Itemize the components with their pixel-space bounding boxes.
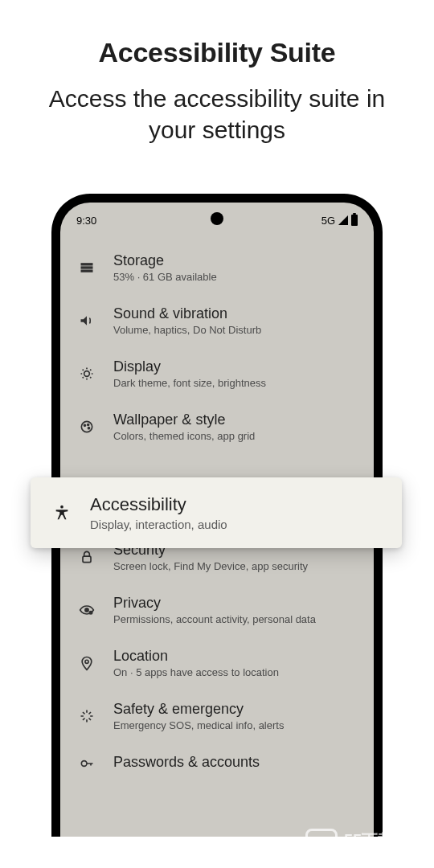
settings-item-sub: Permissions, account activity, personal … (113, 613, 316, 625)
settings-item-accessibility[interactable]: Accessibility Display, interaction, audi… (31, 477, 402, 548)
svg-point-4 (81, 421, 92, 432)
settings-item-storage[interactable]: Storage 53% · 61 GB available (60, 241, 374, 294)
svg-point-7 (88, 428, 90, 429)
svg-point-11 (85, 660, 88, 663)
safety-icon (76, 708, 97, 724)
settings-item-privacy[interactable]: Privacy Permissions, account activity, p… (60, 583, 374, 637)
settings-item-location[interactable]: Location On · 5 apps have access to loca… (60, 637, 374, 690)
svg-rect-2 (81, 270, 93, 272)
privacy-icon (76, 602, 97, 618)
passwords-icon (76, 755, 97, 772)
svg-rect-1 (81, 266, 93, 268)
watermark: 55下载 RR55.COM (297, 821, 434, 868)
wallpaper-icon (76, 419, 97, 435)
settings-item-sub: Display, interaction, audio (90, 518, 227, 531)
settings-item-sub: Colors, themed icons, app grid (113, 430, 255, 442)
svg-point-9 (85, 608, 88, 612)
status-time: 9:30 (76, 215, 96, 227)
settings-item-title: Privacy (113, 595, 316, 612)
settings-item-title: Wallpaper & style (113, 411, 255, 428)
settings-item-sub: Volume, haptics, Do Not Disturb (113, 324, 261, 336)
security-icon (76, 549, 97, 565)
battery-icon (351, 215, 358, 226)
accessibility-icon (51, 504, 72, 522)
camera-cutout-icon (211, 212, 223, 225)
status-right: 5G (321, 215, 358, 227)
hero-subtitle: Access the accessibility suite in your s… (23, 83, 411, 145)
settings-item-sub: Dark theme, font size, brightness (113, 377, 266, 389)
status-network: 5G (321, 215, 335, 227)
settings-item-sub: Screen lock, Find My Device, app securit… (113, 560, 308, 572)
svg-point-5 (84, 424, 86, 426)
settings-item-title: Safety & emergency (113, 701, 284, 718)
settings-item-title: Display (113, 358, 266, 375)
sound-icon (76, 313, 97, 329)
settings-item-title: Location (113, 648, 279, 665)
settings-item-sub: On · 5 apps have access to location (113, 666, 279, 678)
settings-item-display[interactable]: Display Dark theme, font size, brightnes… (60, 347, 374, 400)
watermark-line2: RR55.COM (344, 848, 396, 858)
storage-icon (76, 260, 97, 276)
settings-item-title: Sound & vibration (113, 305, 261, 322)
svg-rect-0 (81, 263, 93, 265)
hero-title: Accessibility Suite (23, 37, 411, 68)
svg-point-6 (88, 424, 89, 426)
settings-item-title: Accessibility (90, 494, 227, 515)
svg-point-3 (84, 371, 90, 377)
watermark-download-icon (305, 829, 338, 861)
svg-point-12 (81, 760, 87, 766)
settings-item-sub: Emergency SOS, medical info, alerts (113, 719, 284, 731)
phone-stage: 9:30 5G Storage 53% · 61 GB available (0, 194, 434, 837)
display-icon (76, 366, 97, 382)
settings-item-safety[interactable]: Safety & emergency Emergency SOS, medica… (60, 690, 374, 743)
svg-point-13 (60, 506, 63, 509)
location-icon (76, 655, 97, 671)
svg-rect-8 (83, 556, 91, 563)
watermark-line1: 55下载 (344, 832, 396, 848)
settings-item-wallpaper[interactable]: Wallpaper & style Colors, themed icons, … (60, 400, 374, 453)
hero: Accessibility Suite Access the accessibi… (0, 0, 434, 145)
settings-item-sub: 53% · 61 GB available (113, 271, 217, 283)
settings-item-passwords[interactable]: Passwords & accounts (60, 743, 374, 784)
svg-point-10 (89, 612, 92, 614)
settings-item-title: Passwords & accounts (113, 754, 260, 771)
settings-item-title: Storage (113, 252, 217, 269)
settings-item-sound[interactable]: Sound & vibration Volume, haptics, Do No… (60, 294, 374, 347)
signal-icon (338, 215, 348, 225)
